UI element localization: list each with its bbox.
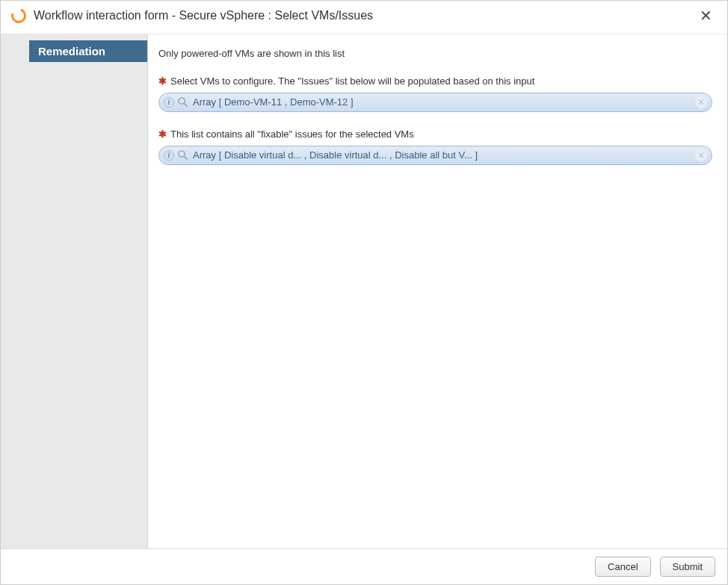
search-icon[interactable]	[177, 149, 188, 161]
clear-icon[interactable]: ✕	[695, 149, 707, 161]
cancel-button[interactable]: Cancel	[595, 557, 650, 577]
required-asterisk-icon: ✱	[158, 75, 167, 88]
info-icon[interactable]: i	[164, 150, 174, 161]
vms-array-input[interactable]: i Array [ Demo-VM-11 , Demo-VM-12 ] ✕	[158, 93, 712, 112]
sidebar-step-remediation[interactable]: Remediation	[29, 40, 147, 62]
window: Workflow interaction form - Secure vSphe…	[0, 0, 728, 585]
submit-button-label: Submit	[673, 561, 703, 572]
vms-array-value: Array [ Demo-VM-11 , Demo-VM-12 ]	[193, 96, 695, 108]
field-fixable-issues: ✱ This list contains all "fixable" issue…	[158, 129, 712, 165]
field-label-row: ✱ Select VMs to configure. The "Issues" …	[158, 75, 712, 88]
footer: Cancel Submit	[1, 548, 727, 584]
svg-line-1	[184, 104, 187, 107]
search-icon[interactable]	[177, 96, 188, 108]
submit-button[interactable]: Submit	[660, 557, 715, 577]
svg-line-3	[184, 157, 187, 160]
required-asterisk-icon: ✱	[158, 129, 167, 141]
field-label-row: ✱ This list contains all "fixable" issue…	[158, 129, 712, 141]
main-panel: Only powered-off VMs are shown in this l…	[148, 34, 727, 548]
issues-array-input[interactable]: i Array [ Disable virtual d... , Disable…	[158, 146, 712, 165]
field-select-vms: ✱ Select VMs to configure. The "Issues" …	[158, 75, 712, 112]
titlebar: Workflow interaction form - Secure vSphe…	[1, 1, 727, 34]
cancel-button-label: Cancel	[608, 561, 638, 572]
info-text: Only powered-off VMs are shown in this l…	[158, 48, 712, 59]
sidebar: Remediation	[1, 34, 148, 548]
dialog-body: Remediation Only powered-off VMs are sho…	[1, 34, 727, 548]
field-label: This list contains all "fixable" issues …	[170, 129, 414, 140]
field-label: Select VMs to configure. The "Issues" li…	[170, 75, 534, 87]
clear-icon[interactable]: ✕	[695, 96, 707, 108]
vro-logo-icon	[9, 6, 29, 26]
sidebar-step-label: Remediation	[38, 45, 105, 58]
window-title: Workflow interaction form - Secure vSphe…	[34, 9, 697, 22]
close-icon[interactable]: ✕	[697, 8, 715, 23]
info-icon[interactable]: i	[164, 97, 174, 108]
issues-array-value: Array [ Disable virtual d... , Disable v…	[193, 149, 695, 161]
